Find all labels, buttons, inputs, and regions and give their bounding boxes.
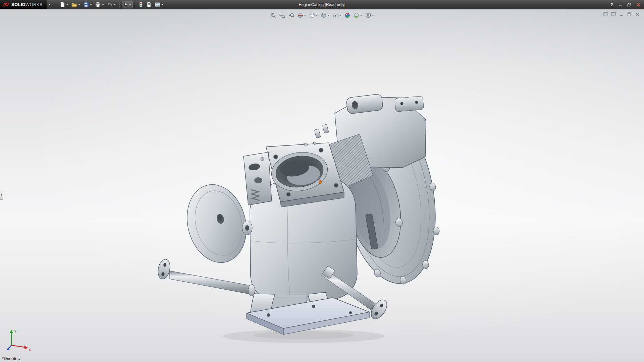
- select-cursor-icon: [123, 2, 128, 7]
- window-controls: ?: [609, 0, 641, 9]
- model-mount-bracket[interactable]: [244, 152, 272, 205]
- minimize-icon: [618, 2, 623, 7]
- rebuild-button[interactable]: [137, 1, 145, 8]
- apply-scene-icon: [354, 12, 360, 18]
- document-title: EngineCasing [Read-only]: [299, 2, 345, 7]
- close-button[interactable]: [635, 2, 641, 8]
- options-button[interactable]: [153, 1, 165, 8]
- model-flywheel-disc[interactable]: [179, 178, 254, 269]
- hide-show-items-icon: [333, 12, 339, 18]
- panel-collapse-tab[interactable]: [0, 190, 3, 200]
- section-view-icon: [298, 12, 304, 18]
- document-window-controls: [603, 12, 640, 17]
- ds-logo-icon: [3, 1, 9, 8]
- rebuild-traffic-light-icon: [139, 2, 143, 7]
- dropdown-caret-icon[interactable]: [328, 15, 330, 16]
- x-axis-label: X: [29, 348, 31, 352]
- help-button[interactable]: ?: [609, 2, 614, 7]
- toolbar-separator: [119, 2, 120, 8]
- view-orientation-label: *Dimetric: [2, 356, 20, 361]
- select-tool-button[interactable]: [122, 1, 132, 8]
- z-axis-arrow-icon: [6, 348, 10, 350]
- undo-icon: [107, 2, 113, 7]
- dropdown-caret-icon[interactable]: [102, 4, 104, 5]
- app-logo: SOLIDWORKS: [0, 0, 47, 9]
- doc-close-button[interactable]: [635, 12, 640, 17]
- dropdown-caret-icon[interactable]: [339, 15, 341, 16]
- open-button[interactable]: [70, 1, 82, 8]
- dropdown-caret-icon[interactable]: [78, 4, 80, 5]
- graphics-viewport[interactable]: Y X *Dimetric: [0, 9, 644, 362]
- model-canvas[interactable]: [0, 9, 644, 362]
- print-icon: [95, 2, 101, 7]
- restore-icon: [627, 2, 632, 7]
- doc-restore-button[interactable]: [627, 12, 632, 17]
- y-axis-label: Y: [14, 329, 17, 333]
- undo-button[interactable]: [106, 1, 117, 8]
- doc-restore-icon: [627, 12, 632, 17]
- new-document-icon: [60, 2, 65, 7]
- heads-up-view-toolbar: [270, 12, 375, 19]
- display-style-button[interactable]: [320, 12, 330, 19]
- view-settings-button[interactable]: [365, 12, 375, 19]
- dropdown-caret-icon[interactable]: [114, 4, 116, 5]
- view-orientation-button[interactable]: [309, 12, 319, 19]
- doc-close-icon: [635, 12, 640, 17]
- dropdown-caret-icon[interactable]: [161, 4, 163, 5]
- view-settings-icon: [365, 12, 371, 18]
- reference-triad[interactable]: Y X: [5, 328, 34, 354]
- dropdown-caret-icon[interactable]: [360, 15, 362, 16]
- dropdown-caret-icon[interactable]: [66, 4, 68, 5]
- pane-left-button[interactable]: [603, 12, 608, 17]
- minimize-button[interactable]: [617, 2, 623, 8]
- close-icon: [636, 2, 641, 7]
- zoom-to-area-icon: [279, 12, 285, 18]
- previous-view-button[interactable]: [288, 12, 295, 19]
- hide-show-items-button[interactable]: [332, 12, 342, 19]
- save-icon: [83, 2, 89, 7]
- previous-view-icon: [288, 12, 294, 18]
- solidworks-window: SOLIDWORKS: [0, 0, 644, 362]
- view-orientation-cube-icon: [309, 12, 315, 18]
- apply-scene-button[interactable]: [353, 12, 363, 19]
- pane-bottom-button[interactable]: [611, 12, 616, 17]
- model-selected-vertex[interactable]: [319, 181, 322, 184]
- toolbar-separator: [135, 2, 135, 8]
- dropdown-caret-icon[interactable]: [129, 4, 131, 5]
- maximize-restore-button[interactable]: [626, 2, 632, 8]
- edit-appearance-icon: [344, 12, 351, 18]
- dropdown-caret-icon[interactable]: [372, 15, 374, 16]
- options-icon: [155, 2, 160, 7]
- display-style-icon: [321, 12, 327, 18]
- zoom-to-fit-button[interactable]: [270, 12, 277, 19]
- titlebar: SOLIDWORKS: [0, 0, 644, 9]
- pane-left-icon: [603, 12, 608, 17]
- doc-minimize-icon: [619, 12, 624, 17]
- dropdown-caret-icon[interactable]: [304, 15, 306, 16]
- y-axis-arrow-icon: [10, 329, 13, 333]
- x-axis: [11, 345, 25, 347]
- section-view-button[interactable]: [297, 12, 307, 19]
- edit-appearance-button[interactable]: [344, 12, 351, 19]
- file-properties-button[interactable]: [145, 1, 153, 8]
- pane-bottom-icon: [611, 12, 616, 17]
- main-toolbar: [50, 1, 165, 8]
- doc-minimize-button[interactable]: [619, 12, 624, 17]
- zoom-to-area-button[interactable]: [279, 12, 286, 19]
- new-document-button[interactable]: [58, 1, 70, 8]
- print-button[interactable]: [94, 1, 105, 8]
- x-axis-arrow-icon: [24, 346, 28, 349]
- zoom-to-fit-icon: [270, 12, 276, 18]
- save-button[interactable]: [82, 1, 93, 8]
- file-properties-icon: [146, 2, 152, 7]
- app-name: SOLIDWORKS: [11, 2, 43, 7]
- open-folder-icon: [71, 2, 77, 7]
- dropdown-caret-icon[interactable]: [316, 15, 318, 16]
- model-left-mount-rod[interactable]: [156, 258, 255, 296]
- dropdown-caret-icon[interactable]: [90, 4, 92, 5]
